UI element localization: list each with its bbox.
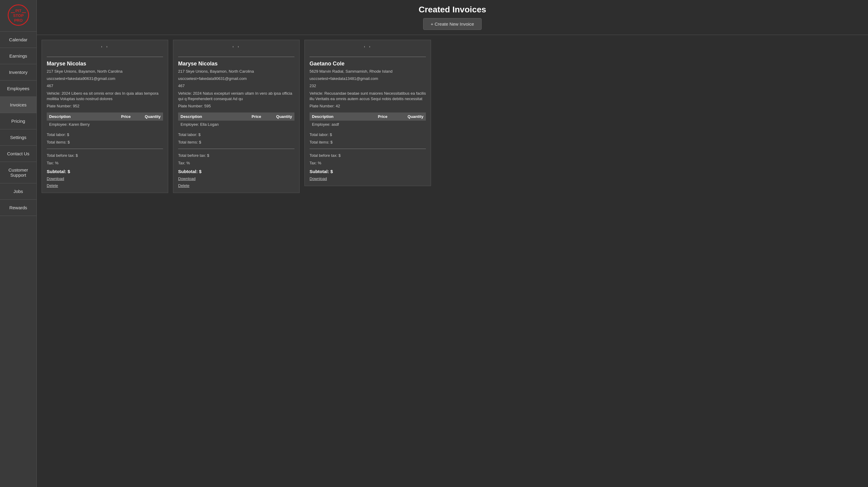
table-header-price: Price [112,113,133,121]
invoice-download-2[interactable]: Download [310,176,426,181]
invoice-quote-1: ' ' [178,45,294,52]
invoice-total-before_tax-1: Total before tax: $ [178,153,294,158]
invoice-tax-1: Tax: % [178,160,294,166]
invoice-address-2: 5629 Marvin Radial, Sammamish, Rhode Isl… [310,69,426,74]
invoice-id-0: 467 [47,83,163,89]
table-header-description: Description [47,113,112,121]
invoice-divider-top-2 [310,57,426,57]
app-logo: PIT STOP PRO [6,4,30,28]
invoice-table-2: DescriptionPriceQuantityEmployee: asdf [310,113,426,128]
invoice-address-0: 217 Skye Unions, Bayamon, North Carolina [47,69,163,74]
invoice-plate-0: Plate Number: 952 [47,103,163,109]
invoice-subtotal-1: Subtotal: $ [178,169,294,174]
invoice-name-0: Maryse Nicolas [47,61,163,67]
table-header-quantity: Quantity [264,113,294,121]
table-cell-quantity [133,121,163,128]
invoice-vehicle-2: Vehicle: Recusandae beatae sunt maiores … [310,91,426,102]
invoice-divider-mid-0 [47,149,163,149]
table-header-quantity: Quantity [390,113,426,121]
invoice-name-1: Maryse Nicolas [178,61,294,67]
logo-area: PIT STOP PRO [0,0,36,32]
sidebar-item-calendar[interactable]: Calendar [0,32,36,48]
invoice-tax-0: Tax: % [47,160,163,166]
table-header-description: Description [310,113,365,121]
invoice-subtotal-0: Subtotal: $ [47,169,163,174]
main-content: Created Invoices + Create New Invoice ' … [37,0,868,487]
invoice-quote-0: ' ' [47,45,163,52]
table-cell-price [242,121,264,128]
invoice-total-before_tax-2: Total before tax: $ [310,153,426,158]
invoice-name-2: Gaetano Cole [310,61,426,67]
invoice-card-1: ' 'Maryse Nicolas217 Skye Unions, Bayamo… [173,40,300,193]
svg-text:STOP: STOP [13,13,24,18]
invoice-delete-0[interactable]: Delete [47,183,163,188]
table-cell-price [365,121,390,128]
invoice-divider-top-1 [178,57,294,57]
invoice-total-labor-0: Total labor: $ [47,132,163,138]
invoice-divider-mid-2 [310,149,426,149]
page-title: Created Invoices [44,5,861,14]
table-cell-quantity [390,121,426,128]
invoice-vehicle-0: Vehicle: 2024 Libero ea sit omnis error … [47,91,163,102]
invoice-total-items-1: Total items: $ [178,139,294,145]
invoice-divider-top-0 [47,57,163,57]
nav-items: CalendarEarningsInventoryEmployeesInvoic… [0,32,36,216]
table-cell-description: Employee: asdf [310,121,365,128]
sidebar-item-earnings[interactable]: Earnings [0,48,36,64]
invoice-total-labor-1: Total labor: $ [178,132,294,138]
sidebar-item-inventory[interactable]: Inventory [0,64,36,81]
invoice-email-0: usccsetest+fakedata90631@gmail.com [47,76,163,82]
invoices-container: ' 'Maryse Nicolas217 Skye Unions, Bayamo… [37,35,868,487]
invoice-vehicle-1: Vehicle: 2024 Natus excepturi veniam ull… [178,91,294,102]
invoice-table-1: DescriptionPriceQuantityEmployee: Ella L… [178,113,294,128]
invoice-total-before_tax-0: Total before tax: $ [47,153,163,158]
sidebar-item-invoices[interactable]: Invoices [0,97,36,113]
table-cell-quantity [264,121,294,128]
sidebar-item-customer-support[interactable]: Customer Support [0,162,36,183]
invoice-email-2: usccsetest+fakedata13481@gmail.com [310,76,426,82]
sidebar-item-settings[interactable]: Settings [0,129,36,146]
invoice-address-1: 217 Skye Unions, Bayamon, North Carolina [178,69,294,74]
invoice-card-2: ' 'Gaetano Cole5629 Marvin Radial, Samma… [304,40,431,186]
table-cell-description: Employee: Karen Berry [47,121,112,128]
svg-text:PRO: PRO [14,18,22,23]
invoice-plate-1: Plate Number: 595 [178,103,294,109]
sidebar-item-employees[interactable]: Employees [0,81,36,97]
table-row-0: Employee: asdf [310,121,426,128]
invoice-id-1: 467 [178,83,294,89]
invoice-id-2: 232 [310,83,426,89]
table-header-quantity: Quantity [133,113,163,121]
table-row-0: Employee: Karen Berry [47,121,163,128]
table-header-price: Price [242,113,264,121]
page-header: Created Invoices + Create New Invoice [37,0,868,35]
invoice-total-items-2: Total items: $ [310,139,426,145]
invoice-total-items-0: Total items: $ [47,139,163,145]
invoice-total-labor-2: Total labor: $ [310,132,426,138]
table-header-description: Description [178,113,242,121]
invoice-subtotal-2: Subtotal: $ [310,169,426,174]
sidebar-item-pricing[interactable]: Pricing [0,113,36,129]
invoice-download-0[interactable]: Download [47,176,163,181]
invoice-quote-2: ' ' [310,45,426,52]
invoice-table-0: DescriptionPriceQuantityEmployee: Karen … [47,113,163,128]
sidebar-item-jobs[interactable]: Jobs [0,183,36,200]
sidebar-item-contact-us[interactable]: Contact Us [0,146,36,162]
invoice-download-1[interactable]: Download [178,176,294,181]
table-row-0: Employee: Ella Logan [178,121,294,128]
invoice-tax-2: Tax: % [310,160,426,166]
invoice-delete-1[interactable]: Delete [178,183,294,188]
invoice-plate-2: Plate Number: 42 [310,103,426,109]
invoice-divider-mid-1 [178,149,294,149]
invoice-email-1: usccsetest+fakedata90631@gmail.com [178,76,294,82]
table-cell-description: Employee: Ella Logan [178,121,242,128]
sidebar: PIT STOP PRO CalendarEarningsInventoryEm… [0,0,37,487]
table-header-price: Price [365,113,390,121]
sidebar-item-rewards[interactable]: Rewards [0,200,36,216]
table-cell-price [112,121,133,128]
create-invoice-button[interactable]: + Create New Invoice [423,18,482,30]
svg-text:PIT: PIT [15,8,21,13]
invoice-card-0: ' 'Maryse Nicolas217 Skye Unions, Bayamo… [41,40,168,193]
